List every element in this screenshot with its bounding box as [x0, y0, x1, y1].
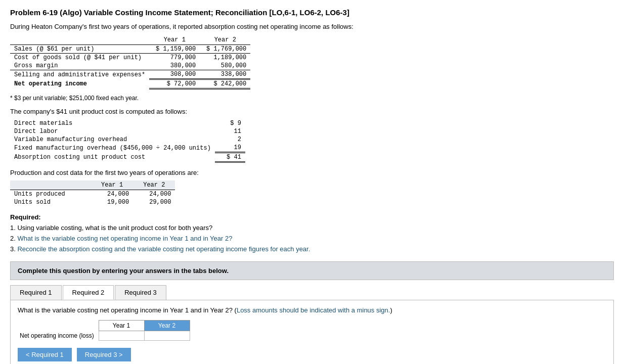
next-button[interactable]: Required 3 >	[77, 348, 131, 361]
income-label-gross: Gross margin	[10, 62, 149, 70]
income-row-gross: Gross margin 380,000 580,000	[10, 62, 250, 70]
bottom-buttons: < Required 1 Required 3 >	[18, 348, 606, 361]
answer-table: Year 1 Year 2 Net operating income (loss…	[18, 320, 190, 341]
income-val-cogs-y2: 1,189,000	[200, 54, 250, 62]
footnote-text: * $3 per unit variable; $251,000 fixed e…	[10, 95, 614, 102]
page-title: Problem 6-19 (Algo) Variable Costing Inc…	[10, 8, 614, 17]
income-row-noi: Net operating income $ 72,000 $ 242,000	[10, 79, 250, 89]
income-val-sga-y2: 338,000	[200, 70, 250, 79]
answer-col-year1: Year 1	[99, 321, 144, 331]
required-item-2: 2. What is the variable costing net oper…	[10, 234, 614, 244]
prev-button[interactable]: < Required 1	[18, 348, 72, 361]
uc-row-dm: Direct materials $ 9	[10, 119, 245, 127]
uc-row-total: Absorption costing unit product cost $ 4…	[10, 153, 245, 162]
answer-input-year1[interactable]	[99, 331, 144, 340]
income-label-noi: Net operating income	[10, 79, 149, 89]
tab2-question: What is the variable costing net operati…	[18, 306, 606, 314]
uc-label-fmo: Fixed manufacturing overhead ($456,000 ÷…	[10, 144, 215, 153]
required-list: 1. Using variable costing, what is the u…	[10, 223, 614, 254]
answer-input-y2-cell[interactable]	[144, 331, 190, 341]
prod-col-year1: Year 1	[91, 180, 133, 190]
uc-label-dm: Direct materials	[10, 119, 215, 127]
prod-val-produced-y1: 24,000	[91, 190, 133, 199]
uc-val-dm: $ 9	[215, 119, 245, 127]
prod-col-empty	[10, 180, 91, 190]
production-table: Year 1 Year 2 Units produced 24,000 24,0…	[10, 180, 175, 206]
prod-col-year2: Year 2	[133, 180, 175, 190]
uc-label-vmo: Variable manufacturing overhead	[10, 135, 215, 144]
income-val-sales-y2: $ 1,769,000	[200, 45, 250, 54]
tab-required2[interactable]: Required 2	[63, 285, 114, 300]
answer-col-empty	[18, 321, 99, 331]
tab-required1[interactable]: Required 1	[10, 285, 62, 300]
prod-row-sold: Units sold 19,000 29,000	[10, 198, 175, 206]
prod-label-produced: Units produced	[10, 190, 91, 199]
income-val-noi-y2: $ 242,000	[200, 79, 250, 89]
prod-row-produced: Units produced 24,000 24,000	[10, 190, 175, 199]
income-label-cogs: Cost of goods sold (@ $41 per unit)	[10, 54, 149, 62]
prod-val-sold-y1: 19,000	[91, 198, 133, 206]
uc-val-total: $ 41	[215, 153, 245, 162]
tab-required3[interactable]: Required 3	[115, 285, 166, 300]
required-item-3: 3. Reconcile the absorption costing and …	[10, 244, 614, 255]
uc-row-dl: Direct labor 11	[10, 127, 245, 135]
answer-row-noi: Net operating income (loss)	[18, 331, 190, 341]
income-statement-table: Year 1 Year 2 Sales (@ $61 per unit) $ 1…	[10, 35, 250, 89]
required-label: Required:	[10, 213, 614, 221]
prod-label-sold: Units sold	[10, 198, 91, 206]
uc-label-dl: Direct labor	[10, 127, 215, 135]
uc-label-total: Absorption costing unit product cost	[10, 153, 215, 162]
tabs-container: Required 1 Required 2 Required 3	[10, 285, 614, 300]
income-label-sales: Sales (@ $61 per unit)	[10, 45, 149, 54]
tab-content-required2: What is the variable costing net operati…	[10, 300, 614, 364]
unit-cost-title: The company's $41 unit product cost is c…	[10, 108, 614, 115]
income-col-year2: Year 2	[200, 35, 250, 45]
uc-row-fmo: Fixed manufacturing overhead ($456,000 ÷…	[10, 144, 245, 153]
income-val-gross-y2: 580,000	[200, 62, 250, 70]
answer-col-year2: Year 2	[144, 321, 190, 331]
uc-val-vmo: 2	[215, 135, 245, 144]
unit-cost-table: Direct materials $ 9 Direct labor 11 Var…	[10, 119, 245, 163]
income-val-sga-y1: 308,000	[149, 70, 200, 79]
income-val-sales-y1: $ 1,159,000	[149, 45, 200, 54]
prod-val-produced-y2: 24,000	[133, 190, 175, 199]
income-label-sga: Selling and administrative expenses*	[10, 70, 149, 79]
uc-val-dl: 11	[215, 127, 245, 135]
prod-data-title: Production and cost data for the first t…	[10, 169, 614, 176]
income-row-sga: Selling and administrative expenses* 308…	[10, 70, 250, 79]
uc-row-vmo: Variable manufacturing overhead 2	[10, 135, 245, 144]
complete-box: Complete this question by entering your …	[10, 261, 614, 280]
required-item-1: 1. Using variable costing, what is the u…	[10, 223, 614, 234]
answer-input-y1-cell[interactable]	[99, 331, 144, 341]
income-col-year1: Year 1	[149, 35, 200, 45]
uc-val-fmo: 19	[215, 144, 245, 153]
income-row-cogs: Cost of goods sold (@ $41 per unit) 779,…	[10, 54, 250, 62]
answer-input-year2[interactable]	[145, 331, 189, 340]
prod-val-sold-y2: 29,000	[133, 198, 175, 206]
income-val-cogs-y1: 779,000	[149, 54, 200, 62]
answer-label-noi: Net operating income (loss)	[18, 331, 99, 341]
income-val-noi-y1: $ 72,000	[149, 79, 200, 89]
income-row-sales: Sales (@ $61 per unit) $ 1,159,000 $ 1,7…	[10, 45, 250, 54]
income-val-gross-y1: 380,000	[149, 62, 200, 70]
intro-text: During Heaton Company's first two years …	[10, 23, 614, 30]
